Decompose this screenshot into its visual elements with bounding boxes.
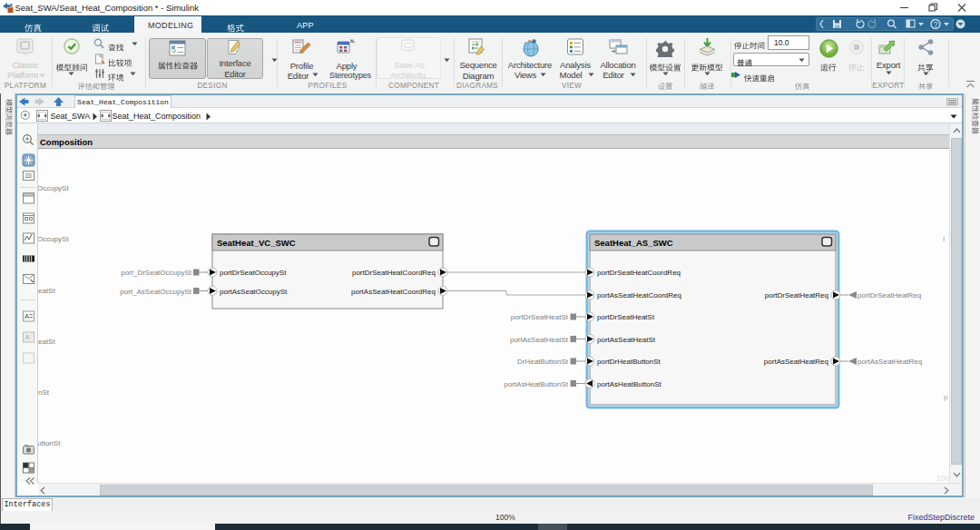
svg-text:portAsSeatHeatReq: portAsSeatHeatReq <box>764 358 828 366</box>
svg-text:portAsSeatHeatReq: portAsSeatHeatReq <box>858 358 922 366</box>
svg-text:portDrSeatHeatSt: portDrSeatHeatSt <box>511 313 569 321</box>
svg-text:SeatHeat_AS_SWC: SeatHeat_AS_SWC <box>594 238 673 248</box>
svg-text:portDrSeatHeatReq: portDrSeatHeatReq <box>858 291 921 299</box>
svg-text:portAsSeatHeatCoordReq: portAsSeatHeatCoordReq <box>597 291 681 299</box>
svg-text:OccupySt: OccupySt <box>38 184 69 192</box>
svg-text:nSt: nSt <box>38 388 50 397</box>
svg-text:port_DrSeatOccupySt: port_DrSeatOccupySt <box>121 269 192 277</box>
svg-text:DrHeatButtonSt: DrHeatButtonSt <box>517 358 569 366</box>
svg-text:?: ? <box>934 20 938 29</box>
svg-text:100%: 100% <box>936 474 949 483</box>
svg-text:eatSt: eatSt <box>38 287 55 295</box>
svg-text:portAsSeatHeatSt: portAsSeatHeatSt <box>597 336 656 344</box>
svg-text:A: A <box>24 312 29 320</box>
svg-text:uttonSt: uttonSt <box>38 439 61 447</box>
svg-text:portDrSeatHeatCoordReq: portDrSeatHeatCoordReq <box>352 269 436 277</box>
svg-text:portAsSeatOccupySt: portAsSeatOccupySt <box>220 288 288 296</box>
svg-text:portDrSeatHeatSt: portDrSeatHeatSt <box>597 313 655 321</box>
svg-text:A: A <box>25 333 30 341</box>
svg-text:portAsHeatButtonSt: portAsHeatButtonSt <box>597 380 662 388</box>
svg-text:portDrSeatOccupySt: portDrSeatOccupySt <box>220 269 287 277</box>
svg-text:p: p <box>944 393 948 401</box>
svg-text:eatSt: eatSt <box>38 338 55 346</box>
svg-text:port_AsSeatOccupySt: port_AsSeatOccupySt <box>120 288 191 296</box>
svg-text:I: I <box>943 235 945 243</box>
svg-text:portAsSeatHeatCoordReq: portAsSeatHeatCoordReq <box>351 288 436 296</box>
svg-text:portDrSeatHeatReq: portDrSeatHeatReq <box>765 291 828 299</box>
svg-text:portAsHeatButtonSt: portAsHeatButtonSt <box>504 380 568 388</box>
svg-text:SeatHeat_VC_SWC: SeatHeat_VC_SWC <box>217 238 296 248</box>
svg-text:portDrSeatHeatCoordReq: portDrSeatHeatCoordReq <box>597 269 681 277</box>
svg-text:portAsSeatHeatSt: portAsSeatHeatSt <box>510 336 569 344</box>
svg-text:portDrHeatButtonSt: portDrHeatButtonSt <box>597 358 662 366</box>
svg-text:OccupySt: OccupySt <box>38 235 69 243</box>
